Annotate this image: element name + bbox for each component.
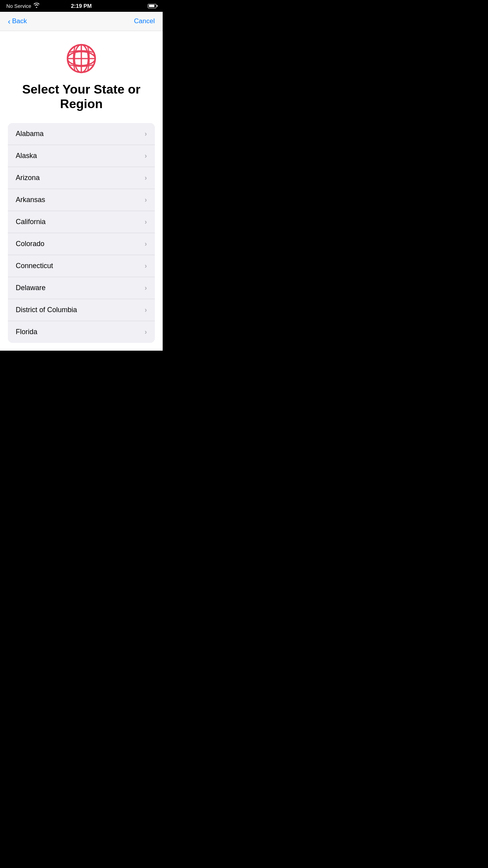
list-item[interactable]: Arkansas› [8, 189, 155, 211]
battery-fill [149, 5, 154, 7]
status-left: No Service [6, 3, 40, 9]
state-list: Alabama›Alaska›Arizona›Arkansas›Californ… [8, 123, 155, 343]
globe-icon-container [8, 43, 155, 74]
state-label: California [16, 218, 46, 226]
status-bar: No Service 2:19 PM [0, 0, 163, 12]
state-label: Arizona [16, 174, 40, 182]
state-label: Alaska [16, 152, 37, 160]
chevron-right-icon: › [145, 240, 147, 248]
state-label: Florida [16, 328, 37, 336]
globe-icon [66, 43, 97, 74]
list-item[interactable]: Colorado› [8, 233, 155, 255]
wifi-icon [33, 3, 40, 9]
chevron-right-icon: › [145, 328, 147, 336]
list-item[interactable]: Alabama› [8, 123, 155, 145]
chevron-right-icon: › [145, 152, 147, 160]
back-button[interactable]: ‹ Back [8, 17, 27, 25]
back-chevron-icon: ‹ [8, 17, 11, 25]
nav-bar: ‹ Back Cancel [0, 12, 163, 31]
list-item[interactable]: Florida› [8, 321, 155, 343]
chevron-right-icon: › [145, 130, 147, 138]
chevron-right-icon: › [145, 306, 147, 314]
battery-icon [148, 4, 156, 8]
list-item[interactable]: Alaska› [8, 145, 155, 167]
list-item[interactable]: California› [8, 211, 155, 233]
phone-frame: No Service 2:19 PM ‹ Back Cancel [0, 0, 163, 351]
state-label: Delaware [16, 284, 46, 292]
chevron-right-icon: › [145, 284, 147, 292]
status-time: 2:19 PM [71, 3, 92, 9]
list-item[interactable]: Arizona› [8, 167, 155, 189]
chevron-right-icon: › [145, 174, 147, 182]
list-item[interactable]: District of Columbia› [8, 299, 155, 321]
status-right [148, 4, 156, 8]
back-label: Back [12, 17, 27, 25]
state-label: Arkansas [16, 196, 45, 204]
state-label: District of Columbia [16, 306, 77, 314]
chevron-right-icon: › [145, 262, 147, 270]
state-label: Alabama [16, 130, 44, 138]
list-item[interactable]: Connecticut› [8, 255, 155, 277]
chevron-right-icon: › [145, 218, 147, 226]
state-label: Connecticut [16, 262, 53, 270]
content-area: Select Your State or Region Alabama›Alas… [0, 31, 163, 351]
carrier-label: No Service [6, 3, 31, 9]
page-title: Select Your State or Region [8, 82, 155, 111]
list-item[interactable]: Delaware› [8, 277, 155, 299]
cancel-button[interactable]: Cancel [134, 17, 155, 25]
state-label: Colorado [16, 240, 44, 248]
chevron-right-icon: › [145, 196, 147, 204]
